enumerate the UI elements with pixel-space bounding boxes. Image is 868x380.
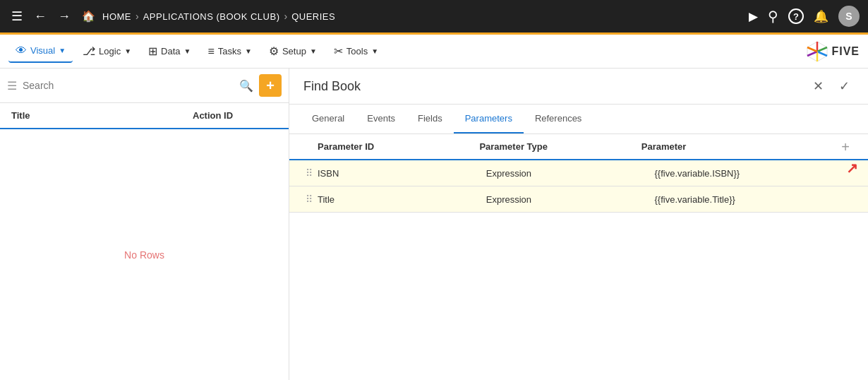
add-param-button[interactable]: + xyxy=(841,138,850,155)
no-rows-message: No Rows xyxy=(0,129,289,380)
add-button[interactable]: + xyxy=(259,74,282,97)
svg-line-2 xyxy=(817,47,827,52)
toolbar-tools-label: Tools xyxy=(346,46,368,57)
breadcrumb: 🏠 HOME › APPLICATIONS (BOOK CLUB) › QUER… xyxy=(79,7,743,25)
tasks-icon: ≡ xyxy=(207,45,214,58)
right-panel-tabs: General Events Fields Parameters Referen… xyxy=(289,105,868,134)
filter-icon: ☰ xyxy=(7,79,17,93)
param-value-title: {{five.variable.Title}} xyxy=(655,194,857,205)
top-nav: ☰ ← → 🏠 HOME › APPLICATIONS (BOOK CLUB) … xyxy=(0,0,868,32)
tab-general[interactable]: General xyxy=(301,105,356,133)
col-parameter: Parameter xyxy=(641,141,836,152)
toolbar-tasks-label: Tasks xyxy=(218,46,241,57)
param-id-title: Title xyxy=(318,194,486,205)
help-icon[interactable]: ? xyxy=(788,8,804,24)
breadcrumb-sep-2: › xyxy=(284,11,287,22)
left-table-header: Title Action ID xyxy=(0,103,289,129)
logic-dropdown-icon: ▼ xyxy=(124,47,131,55)
right-panel-actions: ✕ ✓ xyxy=(809,77,854,95)
search-icon[interactable]: ⚲ xyxy=(768,8,778,25)
toolbar-logic-label: Logic xyxy=(99,46,121,57)
tab-parameters[interactable]: Parameters xyxy=(454,105,524,133)
table-row: ⠿ ISBN Expression {{five.variable.ISBN}} xyxy=(289,160,868,186)
top-nav-actions: ▶ ⚲ ? 🔔 S xyxy=(749,6,860,27)
data-icon: ⊞ xyxy=(148,44,157,58)
drag-handle-isbn[interactable]: ⠿ xyxy=(301,167,318,179)
right-panel-header: Find Book ✕ ✓ xyxy=(289,69,868,105)
data-dropdown-icon: ▼ xyxy=(184,47,191,55)
tab-events[interactable]: Events xyxy=(356,105,406,133)
breadcrumb-sep-1: › xyxy=(135,11,139,22)
param-type-title: Expression xyxy=(486,194,655,205)
param-value-isbn: {{five.variable.ISBN}} xyxy=(655,168,857,179)
svg-line-6 xyxy=(807,47,817,52)
confirm-button[interactable]: ✓ xyxy=(835,77,854,95)
tab-references[interactable]: References xyxy=(524,105,593,133)
breadcrumb-queries[interactable]: QUERIES xyxy=(291,11,335,22)
svg-line-5 xyxy=(807,52,817,56)
search-bar: ☰ 🔍 + xyxy=(0,69,289,103)
params-table: Parameter ID Parameter Type Parameter + … xyxy=(289,134,868,380)
panel-title: Find Book xyxy=(303,79,809,94)
five-logo-svg xyxy=(806,40,828,63)
logic-icon: ⎇ xyxy=(83,44,95,58)
toolbar-visual-label: Visual xyxy=(30,45,55,56)
toolbar-data[interactable]: ⊞ Data ▼ xyxy=(141,40,198,62)
svg-line-3 xyxy=(817,52,827,56)
param-type-isbn: Expression xyxy=(486,168,655,179)
col-title: Title xyxy=(11,110,193,121)
tasks-dropdown-icon: ▼ xyxy=(245,47,252,55)
param-id-isbn: ISBN xyxy=(318,168,486,179)
bell-icon[interactable]: 🔔 xyxy=(814,9,828,24)
forward-icon[interactable]: → xyxy=(55,6,73,27)
toolbar-tasks[interactable]: ≡ Tasks ▼ xyxy=(200,41,258,62)
toolbar-visual[interactable]: 👁 Visual ▼ xyxy=(8,40,73,63)
toolbar-data-label: Data xyxy=(161,46,180,57)
close-button[interactable]: ✕ xyxy=(809,77,828,95)
right-panel: Find Book ✕ ✓ General Events Fields Para… xyxy=(289,69,868,380)
breadcrumb-app[interactable]: APPLICATIONS (BOOK CLUB) xyxy=(143,11,280,22)
play-icon[interactable]: ▶ xyxy=(749,9,758,24)
toolbar-logic[interactable]: ⎇ Logic ▼ xyxy=(76,40,138,62)
five-label: FIVE xyxy=(831,45,860,58)
menu-icon[interactable]: ☰ xyxy=(8,6,25,27)
toolbar-tools[interactable]: ✂ Tools ▼ xyxy=(327,40,385,62)
avatar[interactable]: S xyxy=(838,6,860,27)
setup-dropdown-icon: ▼ xyxy=(310,47,317,55)
drag-handle-title[interactable]: ⠿ xyxy=(301,194,318,205)
tools-dropdown-icon: ▼ xyxy=(371,47,378,55)
five-logo: FIVE xyxy=(806,40,860,63)
table-row: ⠿ Title Expression {{five.variable.Title… xyxy=(289,186,868,213)
visual-icon: 👁 xyxy=(16,44,27,57)
toolbar-setup-label: Setup xyxy=(282,46,306,57)
search-button[interactable]: 🔍 xyxy=(239,79,253,93)
params-table-header: Parameter ID Parameter Type Parameter + … xyxy=(289,134,868,160)
search-input[interactable] xyxy=(23,80,234,91)
breadcrumb-home[interactable]: HOME xyxy=(102,11,131,22)
toolbar-setup[interactable]: ⚙ Setup ▼ xyxy=(262,40,324,62)
setup-icon: ⚙ xyxy=(269,44,279,58)
toolbar: 👁 Visual ▼ ⎇ Logic ▼ ⊞ Data ▼ ≡ Tasks ▼ … xyxy=(0,35,868,69)
main-layout: ☰ 🔍 + Title Action ID No Rows Find Book … xyxy=(0,69,868,380)
home-icon[interactable]: 🏠 xyxy=(79,7,98,25)
tab-fields[interactable]: Fields xyxy=(406,105,454,133)
left-panel: ☰ 🔍 + Title Action ID No Rows xyxy=(0,69,289,380)
col-action-id: Action ID xyxy=(193,110,277,121)
col-parameter-id: Parameter ID xyxy=(318,141,479,152)
tools-icon: ✂ xyxy=(334,44,343,58)
back-icon[interactable]: ← xyxy=(31,6,49,27)
col-parameter-type: Parameter Type xyxy=(479,141,641,152)
visual-dropdown-icon: ▼ xyxy=(59,47,66,54)
